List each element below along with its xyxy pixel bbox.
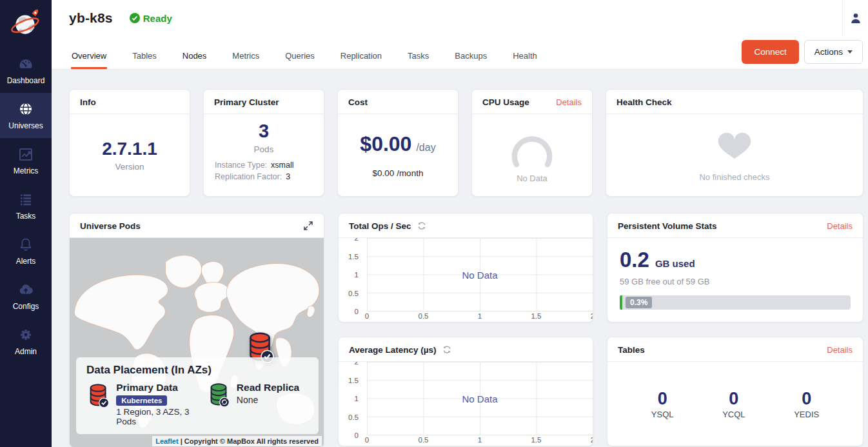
expand-icon[interactable] [303, 221, 313, 231]
avg-latency-chart-card: Average Latency (µs) 2 1.5 1 0.5 0 [338, 337, 593, 446]
ysql-table-count: 0 YSQL [651, 389, 674, 419]
cost-per-day-unit: /day [416, 142, 435, 154]
card-title: CPU Usage [482, 97, 529, 107]
user-menu[interactable] [842, 0, 868, 36]
alerts-bell-icon [18, 237, 34, 252]
tab-backups[interactable]: Backups [454, 45, 488, 69]
tab-tables[interactable]: Tables [132, 45, 157, 69]
tab-queries[interactable]: Queries [284, 45, 315, 69]
sidebar-item-label: Dashboard [7, 76, 45, 85]
map-attribution: Leaflet | Copyright © MapBox All rights … [152, 436, 322, 446]
replication-factor-label: Replication Factor: [215, 172, 282, 181]
y-tick: 2 [355, 238, 359, 242]
plot-area: No Data [367, 238, 593, 312]
ysql-label: YSQL [651, 410, 674, 419]
primary-data-db-icon [86, 382, 110, 409]
admin-gear-icon [18, 327, 34, 343]
kubernetes-badge: Kubernetes [116, 395, 167, 406]
replication-factor-row: Replication Factor:3 [215, 172, 324, 181]
no-data-label: No Data [462, 269, 497, 280]
tab-overview[interactable]: Overview [71, 45, 107, 69]
sidebar-item-tasks[interactable]: Tasks [0, 183, 52, 228]
tab-metrics[interactable]: Metrics [232, 45, 260, 69]
sidebar-item-label: Metrics [14, 166, 39, 175]
refresh-icon[interactable] [417, 221, 426, 230]
universe-globe-icon [18, 101, 34, 117]
tables-details-link[interactable]: Details [827, 345, 853, 355]
replication-factor-value: 3 [286, 172, 290, 181]
sidebar-item-configs[interactable]: Configs [0, 273, 52, 319]
main-area: yb-k8s Ready Overview [52, 0, 868, 447]
total-ops-chart: 2 1.5 1 0.5 0 No Data 0 0.5 1 [339, 238, 593, 322]
y-tick: 2 [355, 362, 359, 366]
status-text: Ready [143, 13, 172, 24]
instance-type-row: Instance Type:xsmall [215, 161, 324, 170]
connect-button[interactable]: Connect [742, 40, 798, 64]
universe-pods-card: Universe Pods [69, 213, 324, 447]
primary-data-label: Primary Data [116, 382, 207, 393]
sidebar-item-dashboard[interactable]: Dashboard [0, 48, 52, 93]
pv-details-link[interactable]: Details [827, 221, 853, 231]
sidebar-item-label: Admin [15, 347, 37, 356]
y-tick: 0.5 [348, 413, 359, 421]
sidebar-item-admin[interactable]: Admin [0, 319, 52, 364]
pv-used-value: 0.2 [620, 248, 649, 272]
legend-title: Data Placement (In AZs) [86, 364, 310, 377]
sidebar-item-metrics[interactable]: Metrics [0, 138, 52, 183]
ycql-count: 0 [722, 389, 745, 409]
chart-title: Total Ops / Sec [349, 221, 411, 231]
version-value: 2.7.1.1 [102, 139, 157, 159]
chevron-down-icon [847, 50, 853, 54]
sidebar-item-alerts[interactable]: Alerts [0, 228, 52, 273]
yugabyte-logo[interactable] [0, 0, 52, 48]
world-map[interactable]: Data Placement (In AZs) [70, 238, 324, 447]
card-title: Health Check [616, 97, 672, 107]
pv-usage-bar: 0.3% [620, 295, 851, 310]
actions-label: Actions [814, 47, 843, 57]
y-tick: 0 [355, 432, 359, 439]
y-tick: 1.5 [348, 377, 359, 384]
cost-per-day-value: $0.00 [360, 132, 411, 156]
tab-replication[interactable]: Replication [340, 45, 382, 69]
primary-cluster-card: Primary Cluster 3 Pods Instance Type:xsm… [203, 89, 324, 197]
health-no-checks-text: No finished checks [699, 172, 769, 182]
x-tick: 1 [478, 436, 482, 444]
primary-data-detail: 1 Region, 3 AZS, 3 Pods [116, 407, 207, 426]
card-title: Primary Cluster [214, 97, 279, 107]
x-tick: 2 [591, 312, 593, 320]
tab-nodes[interactable]: Nodes [182, 45, 208, 69]
actions-dropdown-button[interactable]: Actions [804, 40, 863, 64]
tab-tasks[interactable]: Tasks [407, 45, 429, 69]
persistent-volume-card: Persistent Volume Stats Details 0.2 GB u… [607, 213, 863, 323]
heart-icon [713, 128, 756, 166]
yedis-label: YEDIS [794, 410, 819, 419]
ysql-count: 0 [651, 389, 674, 409]
yedis-table-count: 0 YEDIS [794, 389, 819, 419]
sidebar-item-label: Configs [13, 302, 39, 311]
sidebar-item-label: Alerts [16, 257, 36, 266]
version-label: Version [115, 162, 144, 172]
health-check-card: Health Check No finished checks [606, 89, 863, 197]
card-title: Universe Pods [80, 221, 141, 231]
pv-used-label: GB used [655, 258, 695, 269]
universe-tabs: Overview Tables Nodes Metrics Queries Re… [71, 45, 742, 69]
universe-name: yb-k8s [69, 10, 113, 26]
refresh-icon[interactable] [442, 345, 451, 354]
y-tick: 0 [355, 308, 359, 315]
x-tick: 2 [591, 436, 593, 444]
cpu-details-link[interactable]: Details [556, 97, 582, 107]
no-data-label: No Data [462, 393, 497, 404]
tab-health[interactable]: Health [512, 45, 538, 69]
tasks-list-icon [18, 192, 34, 207]
ycql-table-count: 0 YCQL [722, 389, 745, 419]
leaflet-link[interactable]: Leaflet [155, 437, 178, 445]
y-tick: 1 [355, 395, 359, 402]
sidebar-item-label: Universes [8, 121, 43, 130]
total-ops-chart-card: Total Ops / Sec 2 1.5 1 0.5 0 [338, 213, 593, 323]
avg-latency-chart: 2 1.5 1 0.5 0 No Data 0 0.5 1 [339, 362, 593, 446]
sidebar-item-universes[interactable]: Universes [0, 93, 52, 138]
card-title: Info [80, 97, 96, 107]
x-tick: 1.5 [531, 312, 542, 320]
info-card: Info 2.7.1.1 Version [69, 89, 190, 197]
x-tick: 1 [478, 312, 482, 320]
